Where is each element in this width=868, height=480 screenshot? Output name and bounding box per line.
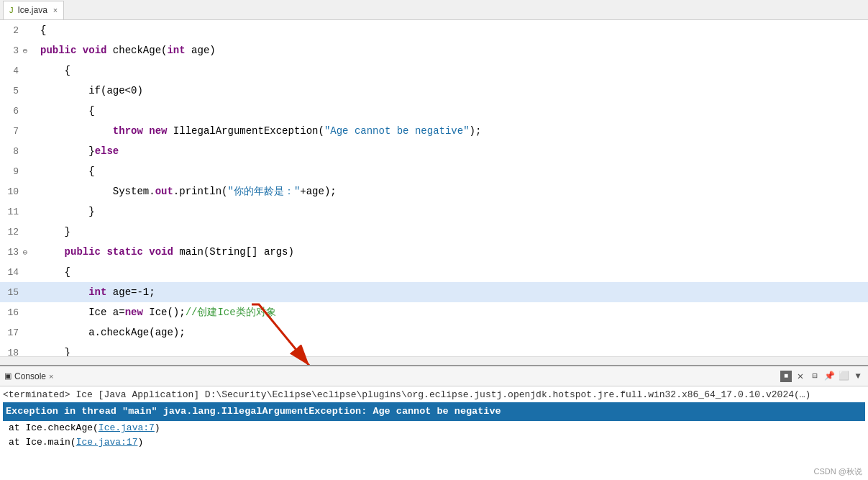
console-close-button[interactable]: × xyxy=(49,372,53,381)
line-number-area-15: 15 xyxy=(0,287,36,298)
code-line-15: 15 int age=-1; xyxy=(0,282,868,302)
tab-ice-java[interactable]: J Ice.java × xyxy=(3,1,64,19)
console-toolbar: ▣ Console × ■ ✕ ⊟ 📌 ⬜ ▼ xyxy=(0,366,868,386)
console-exception-line: Exception in thread "main" java.lang.Ill… xyxy=(3,402,865,421)
line-number-area-14: 14 xyxy=(0,267,36,278)
line-num-17: 17 xyxy=(4,327,19,338)
code-content-18: } xyxy=(36,347,868,356)
line-number-area-7: 7 xyxy=(0,126,36,137)
code-content-16: Ice a=new Ice();//创建Ice类的对象 xyxy=(36,306,868,319)
code-line-4: 4 { xyxy=(0,60,868,81)
line-number-area-9: 9 xyxy=(0,166,36,177)
fold-13: ⊖ xyxy=(20,248,30,257)
code-content-3: public void checkAge(int age) xyxy=(36,45,868,56)
line-number-area-6: 6 xyxy=(0,106,36,117)
watermark: CSDN @秋说 xyxy=(814,466,862,477)
code-line-16: 16 Ice a=new Ice();//创建Ice类的对象 xyxy=(0,302,868,322)
line-number-area-10: 10 xyxy=(0,186,36,197)
line-num-2: 2 xyxy=(4,25,19,36)
console-content: <terminated> Ice [Java Application] D:\S… xyxy=(0,386,868,480)
line-num-16: 16 xyxy=(4,307,19,318)
stack-line-1-suffix: ) xyxy=(155,422,160,433)
console-terminated-text: <terminated> Ice [Java Application] D:\S… xyxy=(3,388,865,402)
line-number-area-2: 2 xyxy=(0,25,36,36)
console-panel: ▣ Console × ■ ✕ ⊟ 📌 ⬜ ▼ <terminated> Ice… xyxy=(0,365,868,480)
stack-line-1-prefix: at Ice.checkAge( xyxy=(9,422,99,433)
code-line-2: 2 { xyxy=(0,20,868,40)
code-content-4: { xyxy=(36,65,868,76)
tab-close-button[interactable]: × xyxy=(53,6,58,14)
console-tab-label: Console xyxy=(14,371,46,381)
code-content-13: public static void main(String[] args) xyxy=(36,246,868,258)
console-stack-line-2: at Ice.main(Ice.java:17) xyxy=(3,435,865,450)
console-icon: ▣ xyxy=(4,371,12,381)
line-num-8: 8 xyxy=(4,146,19,157)
minimize-button[interactable]: ▼ xyxy=(852,371,864,382)
stop-button[interactable]: ■ xyxy=(780,371,792,382)
line-number-area-4: 4 xyxy=(0,65,36,76)
code-content-2: { xyxy=(36,24,868,36)
code-content-9: { xyxy=(36,166,868,177)
line-num-4: 4 xyxy=(4,65,19,76)
line-num-10: 10 xyxy=(4,186,19,197)
line-number-area-13: 13 ⊖ xyxy=(0,247,36,258)
line-num-18: 18 xyxy=(4,348,19,357)
code-content-12: } xyxy=(36,226,868,237)
line-number-area-5: 5 xyxy=(0,86,36,96)
tab-bar: J Ice.java × xyxy=(0,0,868,20)
fold-3: ⊖ xyxy=(20,46,30,55)
code-lines: 2 { 3 ⊖ public void checkAge(int age) xyxy=(0,20,868,356)
code-line-18: 18 } xyxy=(0,343,868,356)
code-line-11: 11 } xyxy=(0,201,868,222)
line-num-15: 15 xyxy=(4,287,19,298)
code-content-11: } xyxy=(36,206,868,217)
code-line-3: 3 ⊖ public void checkAge(int age) xyxy=(0,40,868,60)
line-num-3: 3 xyxy=(4,45,19,56)
code-line-14: 14 { xyxy=(0,262,868,282)
code-content-8: }else xyxy=(36,145,868,157)
horizontal-scrollbar[interactable] xyxy=(0,356,868,365)
code-container: 2 { 3 ⊖ public void checkAge(int age) xyxy=(0,20,868,365)
line-num-14: 14 xyxy=(4,267,19,278)
line-number-area-3: 3 ⊖ xyxy=(0,45,36,56)
code-line-5: 5 if(age<0) xyxy=(0,81,868,101)
line-num-13: 13 xyxy=(4,247,19,258)
line-num-7: 7 xyxy=(4,126,19,137)
stack-line-2-link[interactable]: Ice.java:17 xyxy=(76,437,138,448)
line-number-area-12: 12 xyxy=(0,227,36,237)
console-toolbar-buttons: ■ ✕ ⊟ 📌 ⬜ ▼ xyxy=(780,371,864,382)
editor-wrapper: 2 { 3 ⊖ public void checkAge(int age) xyxy=(0,20,868,480)
line-num-9: 9 xyxy=(4,166,19,177)
line-number-area-18: 18 xyxy=(0,348,36,357)
pin-button[interactable]: 📌 xyxy=(823,371,835,382)
code-line-7: 7 throw new IllegalArgumentException("Ag… xyxy=(0,121,868,141)
stack-line-2-prefix: at Ice.main( xyxy=(9,437,76,448)
code-content-7: throw new IllegalArgumentException("Age … xyxy=(36,125,868,137)
line-num-6: 6 xyxy=(4,106,19,117)
code-line-12: 12 } xyxy=(0,222,868,242)
code-content-15: int age=-1; xyxy=(36,286,868,298)
stack-line-1-link[interactable]: Ice.java:7 xyxy=(99,422,155,433)
console-tab[interactable]: ▣ Console × xyxy=(4,371,53,381)
code-content-6: { xyxy=(36,105,868,117)
code-line-8: 8 }else xyxy=(0,141,868,161)
code-line-6: 6 { xyxy=(0,101,868,121)
line-number-area-16: 16 xyxy=(0,307,36,318)
code-line-17: 17 a.checkAge(age); xyxy=(0,322,868,343)
line-num-5: 5 xyxy=(4,86,19,96)
code-content-5: if(age<0) xyxy=(36,85,868,96)
line-num-11: 11 xyxy=(4,207,19,217)
line-number-area-8: 8 xyxy=(0,146,36,157)
line-num-12: 12 xyxy=(4,227,19,237)
code-content-17: a.checkAge(age); xyxy=(36,327,868,338)
editor-area: 2 { 3 ⊖ public void checkAge(int age) xyxy=(0,20,868,365)
line-number-area-17: 17 xyxy=(0,327,36,338)
maximize-button[interactable]: ⬜ xyxy=(838,371,849,382)
stack-line-2-suffix: ) xyxy=(137,437,143,448)
clear-console-button[interactable]: ✕ xyxy=(795,371,806,382)
scroll-lock-button[interactable]: ⊟ xyxy=(809,371,821,382)
line-number-area-11: 11 xyxy=(0,207,36,217)
code-content-14: { xyxy=(36,266,868,278)
code-line-10: 10 System.out.println("你的年龄是："+age); xyxy=(0,181,868,201)
code-line-9: 9 { xyxy=(0,161,868,181)
